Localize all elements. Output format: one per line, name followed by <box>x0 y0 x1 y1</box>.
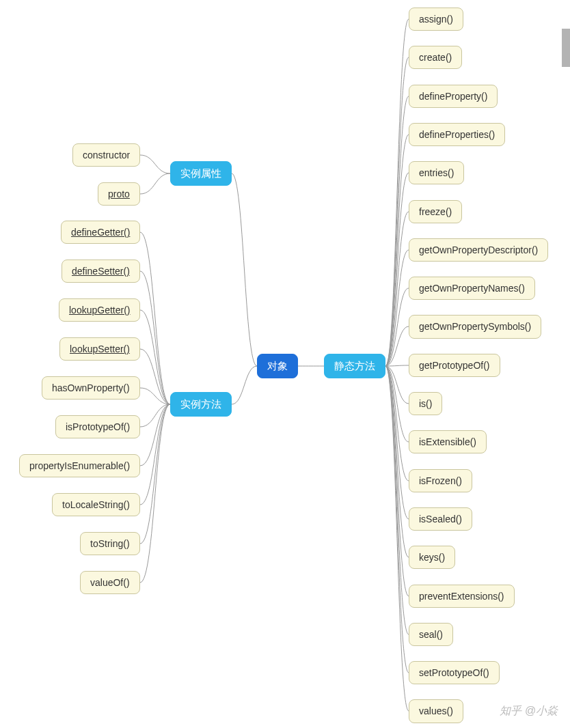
static-method-11: isExtensible() <box>409 430 487 453</box>
static-method-7: getOwnPropertyNames() <box>409 277 535 300</box>
category-static-methods: 静态方法 <box>324 354 385 378</box>
instance-method-6: propertyIsEnumerable() <box>19 454 140 477</box>
side-badge <box>562 29 570 67</box>
static-method-6: getOwnPropertyDescriptor() <box>409 238 548 262</box>
static-method-9: getPrototypeOf() <box>409 354 500 377</box>
static-method-5: freeze() <box>409 200 462 223</box>
instance-method-8: toString() <box>80 532 140 555</box>
static-method-14: keys() <box>409 546 455 569</box>
watermark: 知乎 @小焱 <box>500 704 558 718</box>
static-method-8: getOwnPropertySymbols() <box>409 315 541 338</box>
category-instance-methods: 实例方法 <box>170 392 232 417</box>
static-method-16: seal() <box>409 623 453 646</box>
root-node: 对象 <box>257 354 298 378</box>
instance-method-1: defineSetter() <box>62 260 140 283</box>
static-method-17: setPrototypeOf() <box>409 661 500 684</box>
static-method-13: isSealed() <box>409 507 472 531</box>
static-method-0: assign() <box>409 8 463 31</box>
instance-method-0: defineGetter() <box>61 221 140 244</box>
instance-method-3: lookupSetter() <box>59 337 140 361</box>
static-method-10: is() <box>409 392 442 415</box>
instance-method-7: toLocaleString() <box>52 493 140 516</box>
static-method-2: defineProperty() <box>409 85 498 108</box>
static-method-12: isFrozen() <box>409 469 472 492</box>
category-instance-props: 实例属性 <box>170 161 232 186</box>
static-method-4: entries() <box>409 161 464 184</box>
instance-method-4: hasOwnProperty() <box>42 376 140 400</box>
instance-method-5: isPrototypeOf() <box>55 415 140 438</box>
instance-prop-1: proto <box>98 182 140 206</box>
static-method-3: defineProperties() <box>409 123 505 146</box>
instance-method-2: lookupGetter() <box>59 298 140 322</box>
static-method-15: preventExtensions() <box>409 585 515 608</box>
static-method-1: create() <box>409 46 462 69</box>
instance-method-9: valueOf() <box>80 571 140 594</box>
static-method-18: values() <box>409 699 463 723</box>
instance-prop-0: constructor <box>72 143 140 167</box>
